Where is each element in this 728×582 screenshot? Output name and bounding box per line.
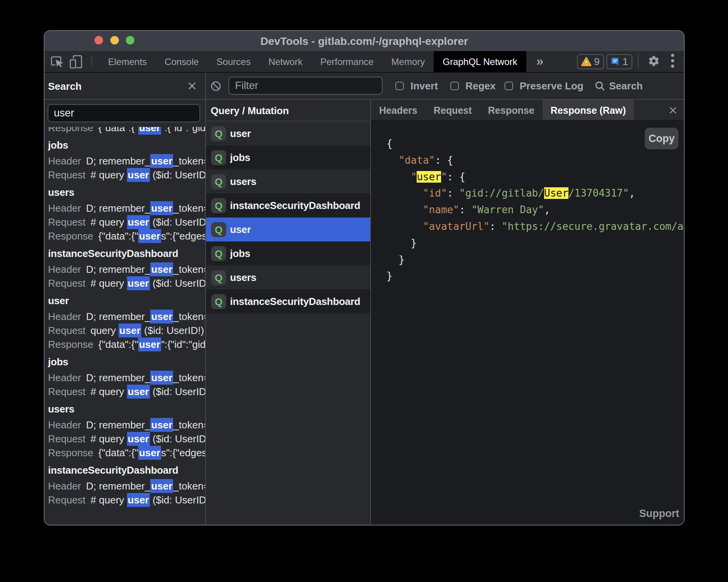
query-list-item[interactable]: Quser xyxy=(206,217,370,241)
json-line: } xyxy=(386,252,684,268)
checkbox-box[interactable] xyxy=(505,82,513,90)
filter-input[interactable] xyxy=(228,77,383,95)
search-match-highlight: user xyxy=(127,432,150,446)
search-result-row[interactable]: HeaderD; remember_user_token=eyJfcmFpbHM… xyxy=(48,479,205,493)
tab-console[interactable]: Console xyxy=(156,51,208,72)
query-list-item[interactable]: Qusers xyxy=(206,265,370,289)
close-details-icon[interactable] xyxy=(668,105,678,115)
search-result-row[interactable]: Response{"data":{"user":{"id":"gid://git… xyxy=(48,337,205,351)
details-tab-response[interactable]: Response xyxy=(480,100,542,120)
tab-network[interactable]: Network xyxy=(259,51,311,72)
warnings-badge[interactable]: 9 xyxy=(577,54,604,69)
issues-badge[interactable]: 1 xyxy=(606,54,632,69)
result-field-label: Request xyxy=(48,494,86,506)
window-title: DevTools - gitlab.com/-/graphql-explorer xyxy=(45,31,684,51)
search-group-title: instanceSecurityDashboard xyxy=(48,463,205,477)
search-match-highlight: User xyxy=(544,187,568,199)
query-list-item[interactable]: Quser xyxy=(206,122,370,146)
details-tab-response-raw-[interactable]: Response (Raw) xyxy=(543,100,634,120)
json-line: "user": { xyxy=(386,169,684,185)
search-input[interactable] xyxy=(48,104,200,122)
result-field-label: Response xyxy=(48,230,93,242)
query-list-item[interactable]: Qjobs xyxy=(206,241,370,265)
result-field-label: Header xyxy=(48,311,81,322)
more-tabs-icon[interactable]: » xyxy=(536,51,544,72)
toolbar-divider xyxy=(638,55,639,68)
checkbox-box[interactable] xyxy=(395,82,404,90)
search-result-row[interactable]: HeaderD; remember_user_token=eyJfcmFpbHM… xyxy=(48,262,205,276)
result-value-text: # query user ($id: UserID!) { user(id: $… xyxy=(91,215,205,229)
search-panel: Search Response{"data":{"user":{"id":"gi… xyxy=(45,73,205,525)
search-result-row[interactable]: Response{"data":{"user":{"id":"gid://git… xyxy=(48,127,205,135)
devtools-toolbar: ElementsConsoleSourcesNetworkPerformance… xyxy=(45,51,684,73)
query-list-item[interactable]: QinstanceSecurityDashboard xyxy=(206,289,370,313)
support-link[interactable]: Support xyxy=(639,508,679,520)
search-result-row[interactable]: Requestquery user ($id: UserID!) { user(… xyxy=(48,324,205,337)
titlebar: DevTools - gitlab.com/-/graphql-explorer xyxy=(45,31,684,51)
copy-button[interactable]: Copy xyxy=(645,128,678,149)
result-field-label: Response xyxy=(48,447,93,459)
settings-gear-icon[interactable] xyxy=(648,55,660,68)
search-result-row[interactable]: Response{"data":{"users":{"edges":[{"nod… xyxy=(48,446,205,460)
search-result-row[interactable]: Request# query user ($id: UserID!) { use… xyxy=(48,276,205,290)
tab-sources[interactable]: Sources xyxy=(208,51,259,72)
search-match-highlight: user xyxy=(150,479,173,493)
query-name: jobs xyxy=(230,152,250,164)
query-list-item[interactable]: Qusers xyxy=(206,169,370,193)
invert-checkbox[interactable]: Invert xyxy=(395,73,438,99)
search-result-row[interactable]: Request# query user ($id: UserID!) { use… xyxy=(48,385,205,399)
device-toolbar-icon[interactable] xyxy=(69,55,82,69)
query-name: users xyxy=(230,176,256,188)
query-badge-icon: Q xyxy=(211,246,226,261)
search-result-row[interactable]: Response{"data":{"users":{"edges":[{"nod… xyxy=(48,229,205,243)
query-badge-icon: Q xyxy=(211,174,226,189)
details-tab-request[interactable]: Request xyxy=(426,100,480,120)
search-panel-header: Search xyxy=(45,73,205,100)
result-value-text: {"data":{"user":{"id":"gid://gitlab/User… xyxy=(98,127,205,135)
tab-elements[interactable]: Elements xyxy=(99,51,156,72)
query-name: instanceSecurityDashboard xyxy=(230,296,360,308)
result-value-text: D; remember_user_token=eyJfcmFpbHMiOnsib… xyxy=(86,479,205,493)
result-value-text: query user ($id: UserID!) { user(id: $id… xyxy=(91,324,205,337)
search-result-row[interactable]: Request# query user ($id: UserID!) { use… xyxy=(48,215,205,229)
result-field-label: Header xyxy=(48,419,81,431)
tab-graphql-network[interactable]: GraphQL Network xyxy=(434,51,526,72)
inspect-element-icon[interactable] xyxy=(51,56,68,69)
search-result-row[interactable]: HeaderD; remember_user_token=eyJfcmFpbHM… xyxy=(48,201,205,215)
search-match-highlight: user xyxy=(150,418,173,432)
query-list-item[interactable]: Qjobs xyxy=(206,146,370,169)
result-field-label: Header xyxy=(48,264,81,275)
search-result-row[interactable]: Request# query user ($id: UserID!) { use… xyxy=(48,493,205,507)
query-list-item[interactable]: QinstanceSecurityDashboard xyxy=(206,193,370,217)
result-value-text: # query user ($id: UserID!) { user(id: $… xyxy=(91,276,205,290)
menu-dots-icon[interactable] xyxy=(671,53,675,70)
query-name: instanceSecurityDashboard xyxy=(230,200,360,212)
result-value-text: D; remember_user_token=eyJfcmFpbHMiOnsib… xyxy=(86,418,205,432)
query-list-header: Query / Mutation xyxy=(206,100,370,122)
details-tab-headers[interactable]: Headers xyxy=(371,100,426,120)
search-match-highlight: user xyxy=(118,324,141,337)
search-result-row[interactable]: HeaderD; remember_user_token=eyJfcmFpbHM… xyxy=(48,310,205,324)
search-match-highlight: user xyxy=(138,337,161,351)
search-toggle-button[interactable]: Search xyxy=(594,73,643,99)
search-result-row[interactable]: HeaderD; remember_user_token=eyJfcmFpbHM… xyxy=(48,418,205,432)
close-search-icon[interactable] xyxy=(187,80,197,91)
search-result-row[interactable]: HeaderD; remember_user_token=eyJfcmFpbHM… xyxy=(48,154,205,168)
tab-memory[interactable]: Memory xyxy=(383,51,434,72)
result-value-text: {"data":{"users":{"edges":[{"node":{"id"… xyxy=(98,229,205,243)
search-result-row[interactable]: Request# query user ($id: UserID!) { use… xyxy=(48,432,205,446)
preserve-log-checkbox[interactable]: Preserve Log xyxy=(505,73,584,99)
search-match-highlight: user xyxy=(127,276,150,290)
checkbox-box[interactable] xyxy=(450,82,459,90)
result-field-label: Request xyxy=(48,169,86,181)
search-group-title: jobs xyxy=(48,355,205,369)
json-line: } xyxy=(386,235,684,252)
regex-checkbox[interactable]: Regex xyxy=(450,73,496,99)
search-match-highlight: user xyxy=(150,371,173,385)
search-result-row[interactable]: HeaderD; remember_user_token=eyJfcmFpbHM… xyxy=(48,371,205,385)
search-result-row[interactable]: Request# query user ($id: UserID!) { use… xyxy=(48,168,205,182)
tab-performance[interactable]: Performance xyxy=(311,51,382,72)
search-match-highlight: user xyxy=(138,127,161,135)
clear-icon[interactable] xyxy=(211,81,221,91)
search-match-highlight: user xyxy=(150,262,173,276)
